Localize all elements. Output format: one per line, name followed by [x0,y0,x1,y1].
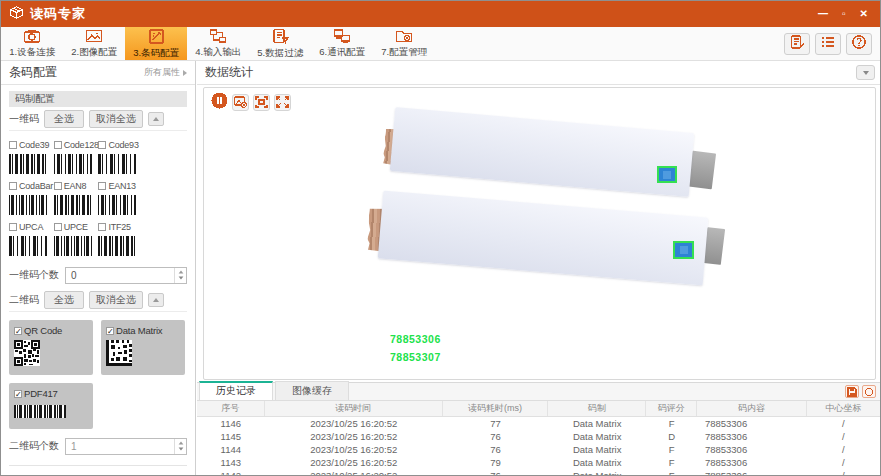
barcode-type-qr-code[interactable]: QR Code [9,320,93,375]
table-row[interactable]: 11462023/10/25 16:20:5277Data MatrixF788… [197,417,880,430]
tab-3-[interactable]: 3.条码配置 [125,27,187,60]
cell: 78853306 [697,457,807,468]
save-button[interactable] [845,385,859,398]
fit-view-button[interactable] [253,94,270,111]
clear-button[interactable] [862,385,876,398]
table-row[interactable]: 11442023/10/25 16:20:5276Data MatrixF788… [197,443,880,456]
fit-icon [255,94,268,112]
checkbox[interactable] [14,390,22,398]
table-row[interactable]: 11422023/10/25 16:20:5276Data MatrixF788… [197,469,880,476]
barcode-panel-header: 条码配置 所有属性 [1,61,195,85]
barcode-type-code39[interactable]: Code39 [9,139,54,174]
report-button[interactable] [784,33,810,55]
checkbox[interactable] [9,223,17,231]
tab-1-[interactable]: 1.设备连接 [1,27,63,60]
two-d-count-input[interactable]: 1 [65,438,187,455]
tab-7-[interactable]: 7.配置管理 [373,27,435,60]
inspected-board [390,107,694,197]
one-d-count-input[interactable]: 0 [65,267,187,284]
tab-5-[interactable]: 5.数据过滤 [249,27,311,60]
checkbox[interactable] [98,223,106,231]
camera-icon [23,28,41,44]
cell: 79 [443,457,548,468]
barcode-type-code128[interactable]: Code128 [54,139,99,174]
barcode-type-data-matrix[interactable]: Data Matrix [101,320,185,375]
image-viewer[interactable]: 78853306 78853307 [203,87,876,380]
tab-4-[interactable]: 4.输入输出 [187,27,249,60]
one-d-collapse-button[interactable] [148,112,164,126]
barcode-type-label-row: Code128 [54,139,99,151]
app-window: 读码专家 —▫✕ 1.设备连接2.图像配置3.条码配置4.输入输出5.数据过滤6… [0,0,881,476]
barcode-type-name: CodaBar [19,181,53,191]
help-icon [851,34,867,54]
stats-panel-title: 数据统计 [205,64,253,81]
table-row[interactable]: 11452023/10/25 16:20:5276Data MatrixD788… [197,430,880,443]
two-d-collapse-button[interactable] [148,293,164,307]
list-button[interactable] [815,33,841,55]
checkbox[interactable] [106,327,114,335]
minimize-button[interactable]: — [818,9,828,19]
history-tab--[interactable]: 图像缓存 [275,381,349,400]
one-d-select-all-button[interactable]: 全选 [44,110,84,128]
column-header-6[interactable]: 中心坐标 [807,401,880,416]
divider [9,465,187,466]
one-d-count-stepper[interactable] [174,268,186,283]
barcode-type-pdf417[interactable]: PDF417 [9,383,93,429]
tab-2-[interactable]: 2.图像配置 [63,27,125,60]
barcode-sample-image [54,195,92,215]
image-save-button[interactable] [232,94,249,111]
column-header-2[interactable]: 读码耗时(ms) [443,401,548,416]
checkbox[interactable] [9,141,17,149]
column-header-5[interactable]: 码内容 [697,401,807,416]
help-button[interactable] [846,33,872,55]
stats-dropdown-button[interactable] [856,65,875,80]
column-header-4[interactable]: 码评分 [646,401,697,416]
two-d-deselect-all-button[interactable]: 取消全选 [89,291,143,309]
close-button[interactable]: ✕ [860,9,868,19]
cell: F [646,418,697,429]
barcode-type-name: EAN13 [108,181,136,191]
barcode-type-ean13[interactable]: EAN13 [98,180,143,215]
one-d-deselect-all-button[interactable]: 取消全选 [89,110,143,128]
history-panel: 历史记录图像缓存 序号读码时间读码耗时(ms)码制码评分码内容中心坐标 1146… [197,382,880,475]
fullscreen-button[interactable] [274,94,291,111]
two-d-select-all-button[interactable]: 全选 [44,291,84,309]
checkbox[interactable] [9,182,17,190]
barcode-type-upce[interactable]: UPCE [54,221,99,256]
table-row[interactable]: 11432023/10/25 16:20:5279Data MatrixF788… [197,456,880,469]
checkbox[interactable] [98,182,106,190]
history-tab--[interactable]: 历史记录 [199,381,273,400]
barcode-sample-image [98,154,136,174]
tab-label: 1.设备连接 [9,45,55,58]
checkbox[interactable] [54,182,62,190]
two-d-count-stepper[interactable] [174,439,186,454]
barcode-type-itf25[interactable]: ITF25 [98,221,143,256]
barcode-type-upca[interactable]: UPCA [9,221,54,256]
checkbox[interactable] [54,141,62,149]
column-header-1[interactable]: 读码时间 [265,401,443,416]
barcode-sample-image [9,236,47,256]
cell: 2023/10/25 16:20:52 [265,418,443,429]
cell: 1144 [197,444,265,455]
pause-icon [211,92,228,113]
checkbox[interactable] [14,327,22,335]
tab-6-[interactable]: 6.通讯配置 [311,27,373,60]
two-d-count-row: 二维码个数 1 [9,433,187,459]
tab-label: 7.配置管理 [381,45,427,58]
checkbox[interactable] [54,223,62,231]
column-header-3[interactable]: 码制 [548,401,646,416]
cell: 78853306 [697,444,807,455]
all-properties-link[interactable]: 所有属性 [144,66,187,79]
barcode-type-ean8[interactable]: EAN8 [54,180,99,215]
cell: 1142 [197,470,265,476]
column-header-0[interactable]: 序号 [197,401,265,416]
barcode-type-code93[interactable]: Code93 [98,139,143,174]
pause-button[interactable] [211,94,228,111]
chevron-down-icon [863,71,869,75]
barcode-type-codabar[interactable]: CodaBar [9,180,54,215]
cell: 78853306 [697,431,807,442]
checkbox[interactable] [98,141,106,149]
maximize-button[interactable]: ▫ [842,9,846,19]
collapse-up-icon [153,298,159,302]
two-d-label: 二维码 [9,293,39,307]
